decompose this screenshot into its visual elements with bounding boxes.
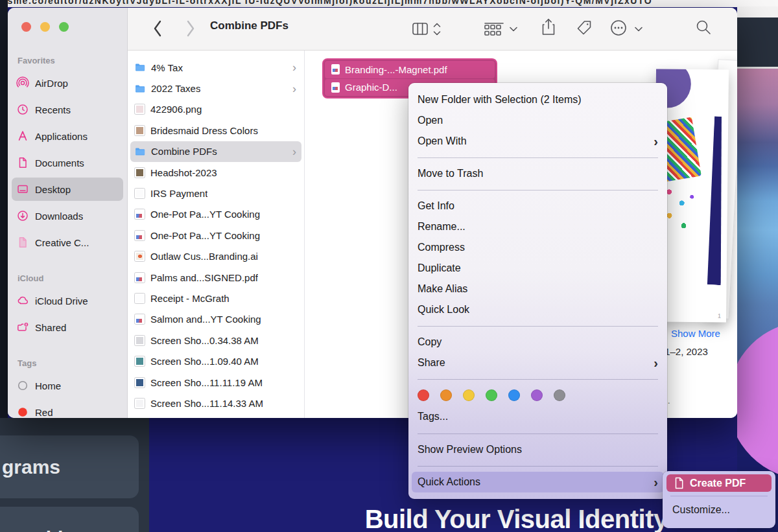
menu-item[interactable]: Open With › [408,131,667,152]
close-window-button[interactable] [21,22,31,32]
file-row[interactable]: 422906.png › [130,99,301,120]
menu-item[interactable]: › [408,460,667,472]
file-icon [134,188,145,199]
file-row[interactable]: Screen Sho...0.34.38 AM › [130,330,301,351]
menu-item[interactable]: New Folder with Selection (2 Items) › [408,89,667,110]
column-view-icon[interactable] [412,22,429,36]
menu-item[interactable]: › [408,152,667,163]
file-row[interactable]: Bridesmaid Dress Colors › [130,120,301,141]
file-row[interactable]: Combine PDFs › [130,141,301,162]
menu-item[interactable]: › [408,373,667,385]
file-icon [134,335,145,346]
menu-item[interactable]: Show Preview Options › [408,439,667,460]
menu-item[interactable]: Share › [408,353,667,373]
file-row[interactable]: Outlaw Cus...Branding.ai › [130,246,301,267]
file-icon [134,209,145,220]
sidebar-item[interactable]: Recents [12,98,123,121]
file-icon [134,356,145,367]
menu-item[interactable]: Rename... › [408,216,667,237]
file-row[interactable]: One-Pot Pa...YT Cooking › [130,225,301,246]
chevron-right-icon: › [654,476,658,489]
tag-color-red[interactable] [418,389,429,401]
file-row[interactable]: Screen Sho...11.14.33 AM › [130,393,301,413]
menu-item[interactable]: › [408,320,667,332]
folder-icon [134,83,146,95]
tag-color-orange[interactable] [440,389,452,401]
preview-page-number: 1 [718,312,721,319]
zoom-window-button[interactable] [59,22,69,32]
menu-item[interactable]: Copy › [408,332,667,353]
sidebar-tag-item[interactable]: Home [12,374,123,397]
minimize-window-button[interactable] [40,22,50,32]
file-row[interactable]: Screen Sho...1.09.40 AM › [130,351,301,371]
file-row[interactable]: 2022 Taxes › [130,78,301,98]
menu-item[interactable]: Quick Look › [408,299,667,320]
desktop-left-edge [0,0,8,421]
sidebar-item[interactable]: Desktop [12,178,123,201]
sidebar-item[interactable]: Creative C... [12,231,123,254]
browser-url-text: jsme.co/editor/dzNKoytIVJdybLI-IL-oitrxX… [4,0,652,6]
sidebar-tag-item[interactable]: Red [12,400,123,418]
file-icon [134,251,145,262]
file-row[interactable]: Salmon and...YT Cooking › [130,309,301,330]
finder-toolbar: Combine PDFs [128,8,737,51]
sidebar-item[interactable]: Downloads [12,204,123,227]
file-row[interactable]: Palms and...SIGNED.pdf › [130,267,301,288]
file-row[interactable]: Headshot-2023 › [130,162,301,183]
view-selector-chevrons[interactable] [432,20,442,38]
folder-icon [134,62,146,73]
file-row[interactable]: One-Pot Pa...YT Cooking › [130,204,301,225]
menu-item[interactable]: Compress › [408,237,667,258]
file-row[interactable]: IRS Payment › [130,183,301,203]
sidebar-item-icon [16,130,29,143]
sidebar-item[interactable]: iCloud Drive [12,289,123,312]
sidebar-item[interactable]: Documents [12,151,123,174]
sidebar-item[interactable]: Applications [12,124,123,148]
menu-item[interactable]: › [408,184,667,196]
show-more-link[interactable]: Show More [671,328,720,339]
tag-color-purple[interactable] [531,389,543,401]
sidebar-tags-list: Home Red [8,374,127,418]
file-icon [134,230,145,241]
background-card-photo-grid: to Grid [0,507,139,532]
background-webpage-left: grams to Grid [0,418,149,532]
menu-item[interactable]: Make Alias › [408,279,667,299]
sidebar-item[interactable]: AirDrop [12,71,123,95]
menu-item[interactable]: Get Info › [408,196,667,216]
file-icon [134,293,145,304]
sidebar-item-icon [16,321,29,334]
file-icon [134,377,145,388]
selected-file-row[interactable]: Branding-...-Magnet.pdf [325,61,495,78]
background-window-edge [737,6,778,17]
group-chevron-down-icon[interactable] [509,26,518,32]
tag-color-gray[interactable] [554,389,565,401]
menu-item[interactable]: Duplicate › [408,258,667,279]
sidebar-item[interactable]: Shared [12,316,123,339]
menu-item[interactable]: › [408,428,667,439]
document-icon [674,477,684,489]
tag-color-blue[interactable] [508,389,520,401]
search-icon[interactable] [695,19,713,37]
group-by-icon[interactable] [484,21,506,37]
menu-item[interactable]: Tags... › [408,406,667,428]
more-actions-icon[interactable] [610,19,628,38]
tag-color-green[interactable] [486,389,497,401]
customize-item[interactable]: Customize... [663,500,775,520]
menu-item[interactable]: Quick Actions › [412,472,664,492]
sidebar-section-icloud: iCloud [8,273,127,284]
file-row[interactable]: 4% Tax › [130,57,301,78]
file-row[interactable]: Screen Sho...11.11.19 AM › [130,372,301,393]
share-icon[interactable] [540,17,557,37]
tag-icon-toolbar[interactable] [576,19,594,36]
menu-item[interactable]: Open › [408,110,667,131]
file-row[interactable]: Receipt - McGrath › [130,288,301,308]
background-card-programs: grams [0,435,139,498]
context-menu-bottom: Tags... › › Show Preview Options › › [408,406,667,492]
menu-item[interactable]: Move to Trash › [408,163,667,184]
back-button[interactable] [152,19,163,38]
create-pdf-item[interactable]: Create PDF [666,474,772,492]
forward-button[interactable] [185,19,196,38]
more-chevron-down-icon[interactable] [634,26,643,32]
tag-color-yellow[interactable] [463,389,475,401]
webpage-headline: Build Your Visual Identity. [337,505,700,532]
